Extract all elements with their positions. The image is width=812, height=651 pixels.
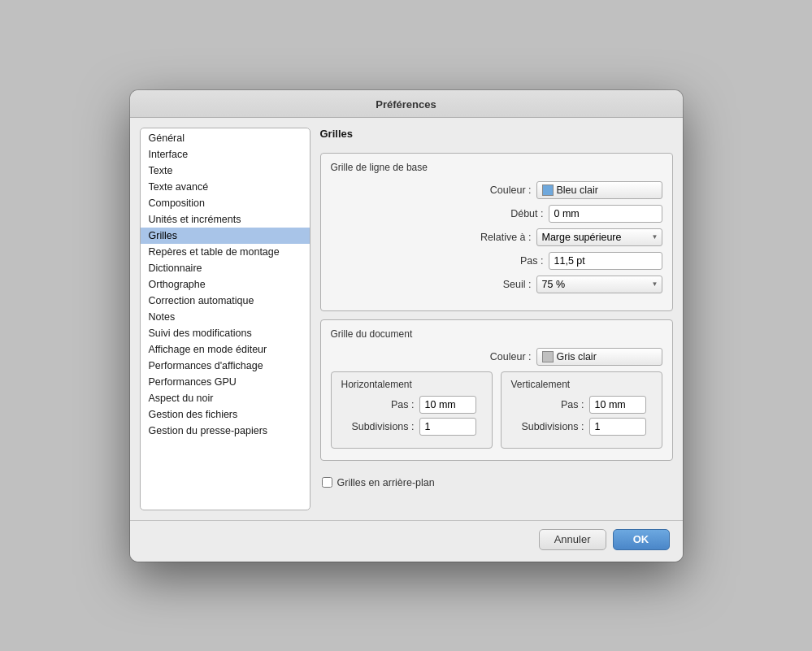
sidebar-item-texte[interactable]: Texte (141, 163, 310, 179)
color-row: Couleur : Bleu clair (331, 181, 662, 199)
color-value: Bleu clair (557, 184, 598, 196)
h-pas-row: Pas : (341, 396, 482, 414)
sidebar-item-notes[interactable]: Notes (141, 309, 310, 325)
v-pas-input[interactable] (589, 396, 646, 414)
relative-control: Marge supérieure Haut de page (536, 228, 662, 246)
sidebar-item-grilles[interactable]: Grilles (141, 228, 310, 244)
subgroups: Horizontalement Pas : Subdivisions : Ver… (331, 371, 662, 449)
seuil-control: 75 % 50 % 100 % (536, 276, 662, 293)
pas-control (549, 252, 662, 270)
sidebar-item-perf-gpu[interactable]: Performances GPU (141, 374, 310, 390)
v-sub-input[interactable] (589, 418, 646, 436)
color-select[interactable]: Bleu clair (536, 181, 662, 199)
pas-input[interactable] (549, 252, 662, 270)
ok-button[interactable]: OK (613, 529, 670, 550)
checkbox-row: Grilles en arrière-plan (320, 477, 673, 488)
v-sub-label: Subdivisions : (511, 421, 584, 432)
sidebar-item-gestion-fichiers[interactable]: Gestion des fichiers (141, 406, 310, 423)
grilles-background-label[interactable]: Grilles en arrière-plan (337, 477, 435, 488)
pas-label: Pas : (471, 255, 544, 267)
pas-row: Pas : (331, 252, 662, 270)
cancel-button[interactable]: Annuler (539, 529, 606, 550)
v-sub-row: Subdivisions : (511, 418, 652, 436)
dialog-titlebar: Préférences (130, 90, 683, 118)
vertical-group: Verticalement Pas : Subdivisions : (501, 371, 662, 449)
color-swatch (542, 184, 554, 196)
h-sub-input[interactable] (419, 418, 476, 436)
h-pas-input[interactable] (419, 396, 476, 414)
seuil-row: Seuil : 75 % 50 % 100 % (331, 276, 662, 293)
doc-color-label: Couleur : (458, 351, 532, 362)
debut-row: Début : (331, 205, 662, 223)
color-label: Couleur : (458, 184, 532, 196)
debut-label: Début : (471, 208, 544, 219)
section-title: Grilles (320, 128, 673, 140)
doc-color-value: Gris clair (557, 351, 597, 362)
v-pas-label: Pas : (511, 399, 584, 410)
sidebar-item-perf-affichage[interactable]: Performances d'affichage (141, 358, 310, 374)
dialog-content: GénéralInterfaceTexteTexte avancéComposi… (130, 118, 683, 520)
doc-color-control: Gris clair (536, 348, 662, 366)
seuil-label: Seuil : (458, 279, 532, 290)
document-grid-group: Grille du document Couleur : Gris clair (320, 319, 673, 461)
relative-label: Relative à : (458, 232, 532, 243)
h-pas-label: Pas : (341, 399, 415, 410)
grilles-background-checkbox[interactable] (322, 477, 332, 488)
sidebar-item-suivi[interactable]: Suivi des modifications (141, 325, 310, 341)
sidebar-item-composition[interactable]: Composition (141, 195, 310, 211)
doc-color-row: Couleur : Gris clair (331, 348, 662, 366)
baseline-grid-group: Grille de ligne de base Couleur : Bleu c… (320, 153, 673, 311)
sidebar-item-dictionnaire[interactable]: Dictionnaire (141, 260, 310, 276)
relative-select[interactable]: Marge supérieure Haut de page (536, 228, 662, 246)
sidebar-item-general[interactable]: Général (141, 130, 310, 146)
sidebar-item-texte-avance[interactable]: Texte avancé (141, 179, 310, 195)
document-grid-label: Grille du document (331, 328, 662, 340)
horizontal-label: Horizontalement (341, 379, 482, 390)
dialog-footer: Annuler OK (130, 520, 683, 562)
h-sub-label: Subdivisions : (341, 421, 415, 432)
color-control: Bleu clair (536, 181, 662, 199)
sidebar-item-gestion-presse[interactable]: Gestion du presse-papiers (141, 423, 310, 439)
baseline-grid-label: Grille de ligne de base (331, 162, 662, 173)
debut-control (549, 205, 662, 223)
preferences-dialog: Préférences GénéralInterfaceTexteTexte a… (130, 90, 683, 562)
vertical-label: Verticalement (511, 379, 652, 390)
dialog-title: Préférences (376, 98, 436, 111)
sidebar-item-aspect-noir[interactable]: Aspect du noir (141, 390, 310, 406)
sidebar-item-reperes[interactable]: Repères et table de montage (141, 244, 310, 260)
sidebar-item-unites[interactable]: Unités et incréments (141, 211, 310, 228)
v-pas-row: Pas : (511, 396, 652, 414)
sidebar: GénéralInterfaceTexteTexte avancéComposi… (140, 128, 310, 510)
doc-color-select[interactable]: Gris clair (536, 348, 662, 366)
seuil-select[interactable]: 75 % 50 % 100 % (536, 276, 662, 293)
debut-input[interactable] (549, 205, 662, 223)
sidebar-item-orthographe[interactable]: Orthographe (141, 276, 310, 293)
sidebar-item-affichage-editeur[interactable]: Affichage en mode éditeur (141, 341, 310, 358)
relative-row: Relative à : Marge supérieure Haut de pa… (331, 228, 662, 246)
main-panel: Grilles Grille de ligne de base Couleur … (320, 128, 673, 510)
sidebar-item-interface[interactable]: Interface (141, 146, 310, 163)
sidebar-item-correction[interactable]: Correction automatique (141, 293, 310, 309)
h-sub-row: Subdivisions : (341, 418, 482, 436)
doc-color-swatch (542, 351, 554, 362)
horizontal-group: Horizontalement Pas : Subdivisions : (331, 371, 493, 449)
